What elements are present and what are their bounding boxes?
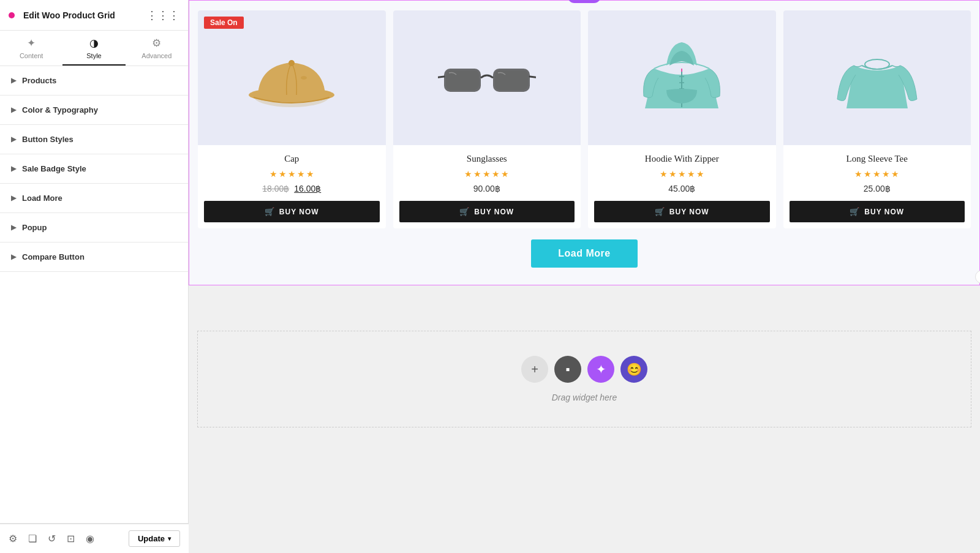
hamburger-icon[interactable]: ⋮⋮⋮	[146, 9, 179, 22]
star-1: ★	[660, 169, 668, 179]
bottom-bar: ⚙ ❏ ↺ ⊡ ◉ Update ▾	[0, 524, 189, 553]
star-3: ★	[288, 169, 296, 179]
accordion-item-color-typography[interactable]: ▶ Color & Typography	[0, 96, 188, 125]
accordion-item-popup[interactable]: ▶ Popup	[0, 213, 188, 243]
star-5: ★	[891, 169, 899, 179]
toolbar-add-icon[interactable]: +	[573, 0, 578, 1]
tab-content-label: Content	[20, 52, 43, 59]
star-3: ★	[483, 169, 491, 179]
tab-style-label: Style	[86, 52, 101, 59]
update-label: Update	[138, 534, 165, 543]
toolbar-close-icon[interactable]: ×	[591, 0, 596, 1]
star-2: ★	[473, 169, 481, 179]
svg-line-6	[438, 77, 444, 78]
accordion-item-compare-button[interactable]: ▶ Compare Button	[0, 243, 188, 272]
chevron-icon: ▶	[11, 253, 16, 261]
layers-icon[interactable]: ❏	[28, 533, 37, 544]
buy-now-label: BUY NOW	[279, 208, 319, 216]
bottom-bar-icons: ⚙ ❏ ↺ ⊡ ◉	[9, 533, 94, 544]
star-1: ★	[464, 169, 472, 179]
user-button[interactable]: 😊	[620, 356, 647, 383]
star-4: ★	[687, 169, 695, 179]
product-stars-cap: ★ ★ ★ ★ ★	[204, 169, 380, 179]
brand-dot	[9, 12, 15, 18]
update-button[interactable]: Update ▾	[129, 530, 180, 547]
product-grid-widget: + ⠿ × Sale On	[189, 0, 980, 285]
accordion: ▶ Products ▶ Color & Typography ▶ Button…	[0, 66, 188, 523]
toolbar-drag-icon[interactable]: ⠿	[581, 0, 587, 1]
accordion-item-products[interactable]: ▶ Products	[0, 66, 188, 96]
cart-icon: 🛒	[850, 207, 860, 216]
sidebar-tabs: ✦ Content ◑ Style ⚙ Advanced	[0, 31, 188, 66]
star-1: ★	[270, 169, 277, 179]
accordion-label-sale-badge: Sale Badge Style	[22, 164, 86, 173]
product-info-hoodie: Hoodie With Zipper ★ ★ ★ ★ ★ 45.00฿ �	[588, 145, 776, 228]
product-stars-longsleeve: ★ ★ ★ ★ ★	[790, 169, 965, 179]
buy-now-button-longsleeve[interactable]: 🛒 BUY NOW	[790, 201, 965, 222]
svg-point-3	[301, 76, 307, 80]
star-1: ★	[854, 169, 862, 179]
widget-actions: + ▪ ✦ 😊	[521, 356, 647, 383]
accordion-item-button-styles[interactable]: ▶ Button Styles	[0, 125, 188, 154]
product-image-sunglasses	[438, 29, 536, 127]
content-icon: ✦	[27, 37, 36, 50]
svg-rect-9	[495, 70, 528, 90]
star-3: ★	[678, 169, 686, 179]
preview-icon[interactable]: ◉	[86, 533, 94, 544]
product-image-wrap-longsleeve	[783, 10, 971, 145]
accordion-label-compare-button: Compare Button	[22, 252, 85, 261]
product-price-sunglasses: 90.00฿	[399, 184, 575, 194]
product-name-cap: Cap	[204, 154, 380, 164]
chevron-icon: ▶	[11, 224, 16, 231]
load-more-button[interactable]: Load More	[531, 239, 637, 268]
price-sunglasses: 90.00฿	[473, 184, 500, 194]
main-content: + ⠿ × Sale On	[189, 0, 980, 553]
accordion-item-load-more[interactable]: ▶ Load More	[0, 184, 188, 213]
tab-advanced[interactable]: ⚙ Advanced	[126, 31, 188, 66]
accordion-label-products: Products	[22, 76, 56, 85]
settings-icon[interactable]: ⚙	[9, 533, 17, 544]
product-image-cap	[243, 29, 341, 127]
cart-icon: 🛒	[265, 207, 275, 216]
product-card-sunglasses: Sunglasses ★ ★ ★ ★ ★ 90.00฿ 🛒	[393, 10, 581, 228]
folder-button[interactable]: ▪	[554, 356, 581, 383]
magic-button[interactable]: ✦	[587, 356, 614, 383]
buy-now-button-cap[interactable]: 🛒 BUY NOW	[204, 201, 380, 222]
tab-style[interactable]: ◑ Style	[62, 31, 125, 66]
chevron-icon: ▶	[11, 135, 16, 143]
star-5: ★	[696, 169, 704, 179]
chevron-icon: ▶	[11, 77, 16, 85]
sidebar-title: Edit Woo Product Grid	[23, 10, 115, 20]
star-2: ★	[864, 169, 872, 179]
cart-icon: 🛒	[459, 207, 470, 216]
product-image-hoodie	[633, 29, 731, 127]
product-card-longsleeve: Long Sleeve Tee ★ ★ ★ ★ ★ 25.00฿ 🛒	[783, 10, 971, 228]
responsive-icon[interactable]: ⊡	[67, 533, 75, 544]
sidebar: Edit Woo Product Grid ⋮⋮⋮ ✦ Content ◑ St…	[0, 0, 189, 553]
accordion-label-color-typography: Color & Typography	[22, 105, 98, 115]
sidebar-header: Edit Woo Product Grid ⋮⋮⋮	[0, 0, 188, 31]
price-hoodie: 45.00฿	[668, 184, 695, 194]
drag-widget-text: Drag widget here	[552, 393, 617, 402]
svg-line-7	[530, 77, 536, 78]
buy-now-button-sunglasses[interactable]: 🛒 BUY NOW	[399, 201, 575, 222]
empty-section: + ▪ ✦ 😊 Drag widget here	[197, 331, 971, 427]
svg-point-2	[288, 60, 295, 66]
tab-content[interactable]: ✦ Content	[0, 31, 62, 66]
accordion-label-button-styles: Button Styles	[22, 135, 74, 144]
star-4: ★	[297, 169, 305, 179]
accordion-item-sale-badge[interactable]: ▶ Sale Badge Style	[0, 154, 188, 184]
star-2: ★	[669, 169, 677, 179]
product-stars-sunglasses: ★ ★ ★ ★ ★	[399, 169, 575, 179]
product-image-wrap-sunglasses	[393, 10, 581, 145]
advanced-icon: ⚙	[152, 37, 161, 50]
history-icon[interactable]: ↺	[48, 533, 56, 544]
buy-now-button-hoodie[interactable]: 🛒 BUY NOW	[594, 201, 770, 222]
product-card-hoodie: Hoodie With Zipper ★ ★ ★ ★ ★ 45.00฿ �	[588, 10, 776, 228]
add-widget-button[interactable]: +	[521, 356, 548, 383]
products-grid: Sale On	[198, 10, 971, 228]
product-image-longsleeve	[828, 29, 926, 127]
grid-toolbar: + ⠿ ×	[568, 0, 601, 3]
update-chevron-icon: ▾	[168, 535, 171, 542]
product-info-cap: Cap ★ ★ ★ ★ ★ 18.00฿ 16.00฿	[198, 145, 386, 228]
